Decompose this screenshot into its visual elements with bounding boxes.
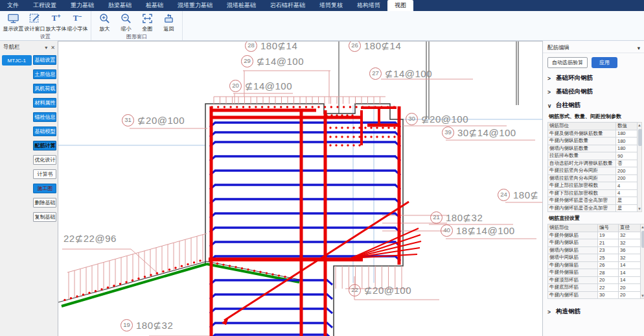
- value-cell[interactable]: 200: [616, 167, 638, 175]
- menu-bar: 文件工程设置重力基础肋梁基础桩基础混塔重力基础混塔桩基础岩石锚杆基础塔筒复核格构…: [0, 0, 644, 11]
- scroll-up-icon[interactable]: ▲: [638, 123, 641, 128]
- table-row: 侧墙拉筋竖向分布间距200: [548, 174, 638, 182]
- section-基础环向钢筋[interactable]: >基础环向钢筋: [543, 71, 644, 84]
- value-cell[interactable]: 4: [616, 189, 638, 197]
- auto-select-check-button[interactable]: 自动选筋验算: [547, 57, 588, 68]
- value-cell[interactable]: 32: [619, 239, 641, 247]
- project-tab-button[interactable]: MTJC-1: [2, 55, 32, 66]
- sidebar-item-计算书[interactable]: 计算书: [33, 169, 56, 179]
- value-cell[interactable]: 25: [598, 254, 619, 262]
- scroll-down-icon[interactable]: ▼: [641, 293, 644, 298]
- value-cell[interactable]: 是: [616, 197, 638, 205]
- sidebar-item-土层信息[interactable]: 土层信息: [33, 69, 56, 79]
- value-cell[interactable]: 90: [616, 152, 638, 160]
- sidebar-item-配筋计算[interactable]: 配筋计算: [33, 141, 56, 150]
- design-window-icon: [29, 12, 41, 25]
- sidebar-item-施工图[interactable]: 施工图: [33, 184, 56, 193]
- table-row: 牛腿拉筋竖向分布间距200: [548, 167, 638, 175]
- value-cell[interactable]: 21: [598, 239, 619, 247]
- value-cell[interactable]: 20: [598, 276, 619, 284]
- ribbon-button-label: 设计窗口: [25, 25, 45, 32]
- ribbon-button-label: 缩小字体: [67, 25, 88, 32]
- diameter-table-scrollbar[interactable]: ▲ ▼: [641, 224, 644, 299]
- chevron-expanded-icon: ∨: [547, 102, 553, 109]
- value-cell[interactable]: 32: [619, 232, 641, 239]
- scroll-down-icon[interactable]: ▼: [638, 206, 641, 211]
- sidebar-item-基础设置[interactable]: 基础设置: [33, 55, 56, 65]
- chevron-down-icon[interactable]: ▾: [638, 45, 640, 51]
- table-row: 牛腿顶部环筋2014: [548, 276, 641, 284]
- zoom-in-button[interactable]: 放大: [94, 12, 115, 32]
- value-cell[interactable]: 32: [619, 254, 641, 262]
- value-cell[interactable]: 14: [619, 276, 641, 284]
- column-header: 钢筋部位: [548, 123, 616, 130]
- section-台柱钢筋[interactable]: ∨台柱钢筋: [543, 98, 644, 112]
- row-label-cell: 牛腿外侧环筋是否全高加密: [548, 197, 616, 205]
- value-cell[interactable]: 30: [598, 291, 619, 299]
- menu-item-4[interactable]: 肋梁基础: [101, 0, 139, 11]
- apply-button[interactable]: 应用: [592, 57, 617, 68]
- menu-item-10[interactable]: 格构塔筒: [350, 0, 387, 11]
- scroll-thumb[interactable]: [641, 231, 644, 248]
- sidebar-item-复制基础[interactable]: 复制基础: [33, 212, 56, 222]
- value-cell[interactable]: 14: [619, 261, 641, 269]
- value-cell[interactable]: 28: [598, 269, 619, 277]
- ribbon-button-label: 显示设置: [3, 25, 24, 32]
- value-cell[interactable]: 180: [616, 145, 638, 152]
- value-cell[interactable]: 180: [616, 130, 638, 138]
- font-increase-button[interactable]: T+放大字体: [45, 12, 67, 32]
- value-cell[interactable]: 36: [619, 246, 641, 254]
- chevron-down-icon[interactable]: ▾: [45, 45, 47, 51]
- value-cell[interactable]: 19: [598, 232, 619, 239]
- font-decrease-button[interactable]: T−缩小字体: [67, 12, 88, 32]
- drawing-canvas[interactable]: 28180⊈1426180⊈1429⊈14@10027⊈14@10020⊈14@…: [58, 41, 542, 336]
- full-extent-button[interactable]: 全图: [137, 12, 158, 32]
- menu-item-8[interactable]: 岩石锚杆基础: [263, 0, 312, 11]
- value-cell[interactable]: 200: [616, 174, 638, 182]
- sidebar-item-锚栓信息[interactable]: 锚栓信息: [33, 112, 56, 122]
- table-row: 牛腿内侧箍筋2614: [548, 261, 641, 269]
- value-cell[interactable]: 否: [616, 160, 638, 167]
- sidebar-item-风机荷载[interactable]: 风机荷载: [33, 84, 56, 93]
- row-label-cell: 牛腿拉筋竖向分布间距: [548, 167, 616, 175]
- zoom-out-button[interactable]: 缩小: [115, 12, 137, 32]
- scroll-thumb[interactable]: [638, 129, 642, 146]
- value-cell[interactable]: 22: [598, 284, 619, 292]
- value-cell[interactable]: 是: [616, 204, 638, 212]
- menu-item-1[interactable]: 文件: [0, 0, 26, 11]
- design-window-button[interactable]: 设计窗口: [24, 12, 45, 32]
- value-cell[interactable]: 20: [619, 284, 641, 292]
- menu-item-2[interactable]: 工程设置: [26, 0, 63, 11]
- sidebar-item-材料属性[interactable]: 材料属性: [33, 98, 56, 108]
- value-cell[interactable]: 26: [598, 261, 619, 269]
- section-construction-rebar[interactable]: > 构造钢筋: [543, 304, 644, 318]
- menu-item-3[interactable]: 重力基础: [63, 0, 101, 11]
- value-cell[interactable]: 23: [598, 246, 619, 254]
- return-button[interactable]: 返回: [158, 12, 179, 32]
- scroll-up-icon[interactable]: ▲: [641, 224, 644, 230]
- section-基础径向钢筋[interactable]: >基础径向钢筋: [543, 84, 644, 98]
- row-label-cell: 牛腿外侧箍筋: [548, 269, 598, 277]
- menu-item-6[interactable]: 混塔重力基础: [170, 0, 220, 11]
- sidebar-item-优化设计[interactable]: 优化设计: [33, 155, 56, 165]
- sidebar-item-删除基础[interactable]: 删除基础: [33, 198, 56, 208]
- value-cell[interactable]: 180: [616, 138, 638, 145]
- menu-item-7[interactable]: 混塔桩基础: [220, 0, 263, 11]
- navbar-title: 导航栏: [3, 43, 20, 51]
- param-table-scrollbar[interactable]: ▲ ▼: [638, 122, 642, 212]
- row-label-cell: 自动选筋时允许调整纵筋数量: [548, 160, 616, 167]
- display-settings-button[interactable]: 显示设置: [3, 12, 24, 32]
- value-cell[interactable]: 4: [616, 182, 638, 190]
- menu-item-5[interactable]: 桩基础: [139, 0, 170, 11]
- row-label-cell: 牛腿外侧纵筋: [548, 232, 598, 239]
- chevron-right-icon: >: [547, 75, 553, 82]
- menu-item-9[interactable]: 塔筒复核: [312, 0, 350, 11]
- close-icon[interactable]: ✕: [51, 45, 55, 51]
- sidebar-item-基础模型[interactable]: 基础模型: [33, 126, 56, 136]
- param-table: 钢筋部位数值牛腿及侧墙外侧纵筋数量180牛腿内侧纵筋数量180侧墙内侧纵筋数量1…: [547, 122, 638, 212]
- ribbon-button-label: 缩小: [121, 25, 132, 32]
- value-cell[interactable]: 20: [619, 291, 641, 299]
- menu-item-11[interactable]: 视图: [387, 0, 413, 11]
- row-label-cell: 侧墙内侧纵筋: [548, 246, 598, 254]
- value-cell[interactable]: 14: [619, 269, 641, 277]
